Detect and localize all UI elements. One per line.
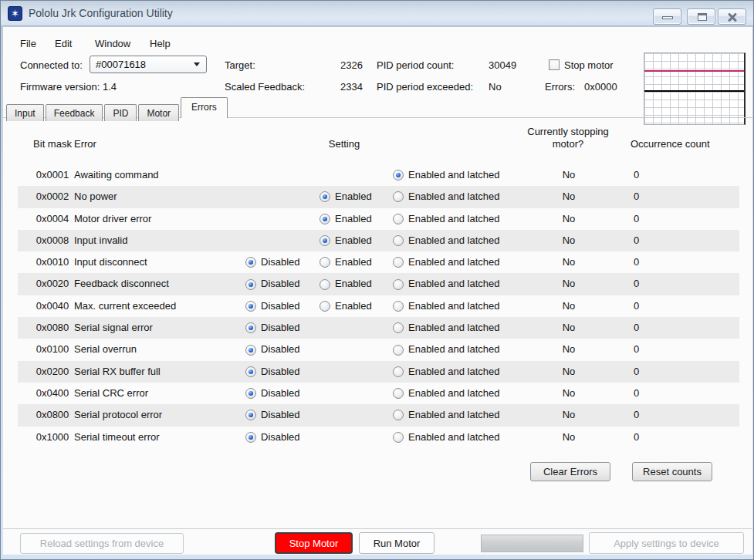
radio-enabled-and-latched[interactable] <box>393 322 404 333</box>
bit-mask-value: 0x0010 <box>25 251 79 273</box>
error-name: Serial protocol error <box>74 404 162 426</box>
radio-label: Enabled <box>335 251 372 273</box>
error-name: Serial signal error <box>74 317 153 339</box>
minimize-icon <box>662 16 673 19</box>
radio-enabled-and-latched[interactable] <box>393 279 404 290</box>
radio-label: Enabled and latched <box>408 230 500 251</box>
error-name: Motor driver error <box>74 208 151 230</box>
radio-enabled[interactable] <box>320 301 330 312</box>
radio-enabled-and-latched[interactable] <box>393 191 404 202</box>
currently-stopping-value: No <box>519 361 619 383</box>
radio-disabled[interactable] <box>245 410 256 420</box>
radio-enabled-and-latched[interactable] <box>393 301 404 312</box>
radio-enabled-and-latched[interactable] <box>393 235 404 246</box>
app-icon: ✶ <box>8 6 22 21</box>
footer-separator <box>3 528 752 529</box>
error-name: Serial overrun <box>74 339 137 360</box>
radio-enabled-and-latched[interactable] <box>393 432 404 443</box>
radio-label: Enabled and latched <box>408 427 500 448</box>
error-name: Serial RX buffer full <box>74 361 161 383</box>
radio-label: Enabled and latched <box>408 186 500 207</box>
run-motor-button[interactable]: Run Motor <box>359 532 434 554</box>
bit-mask-value: 0x0040 <box>25 295 79 317</box>
radio-label: Disabled <box>261 339 300 360</box>
menu-edit[interactable]: Edit <box>52 36 75 52</box>
plot-baseline <box>644 90 744 92</box>
error-row-0x0008: 0x0008Input invalidEnabledEnabled and la… <box>18 230 739 251</box>
radio-enabled[interactable] <box>320 191 330 202</box>
radio-label: Disabled <box>261 404 300 426</box>
currently-stopping-value: No <box>519 427 619 448</box>
radio-label: Enabled <box>335 186 372 207</box>
stop-motor-button[interactable]: Stop Motor <box>275 532 353 554</box>
radio-disabled[interactable] <box>245 366 256 377</box>
radio-enabled[interactable] <box>320 257 330 268</box>
occurrence-count-value: 0 <box>634 361 639 383</box>
radio-enabled-and-latched[interactable] <box>393 388 404 399</box>
radio-disabled[interactable] <box>245 432 256 443</box>
radio-label: Enabled <box>335 230 372 251</box>
error-row-0x0200: 0x0200Serial RX buffer fullDisabledEnabl… <box>18 361 739 383</box>
radio-enabled-and-latched[interactable] <box>393 214 404 224</box>
radio-disabled[interactable] <box>245 257 256 268</box>
radio-label: Enabled and latched <box>408 295 500 317</box>
currently-stopping-value: No <box>519 186 619 207</box>
radio-label: Disabled <box>261 295 300 317</box>
device-select[interactable]: #00071618 <box>90 56 207 73</box>
apply-settings-button[interactable]: Apply settings to device <box>589 532 744 554</box>
menu-help[interactable]: Help <box>147 36 174 52</box>
occurrence-count-value: 0 <box>634 273 639 295</box>
maximize-button[interactable] <box>687 8 715 25</box>
tab-pid[interactable]: PID <box>104 104 137 121</box>
radio-disabled[interactable] <box>245 322 256 333</box>
tab-motor[interactable]: Motor <box>138 104 179 121</box>
radio-label: Enabled and latched <box>408 404 500 426</box>
bit-mask-value: 0x0020 <box>25 273 79 295</box>
scaled-feedback-label: Scaled Feedback: <box>225 81 305 93</box>
currently-stopping-value: No <box>519 251 619 273</box>
radio-enabled[interactable] <box>320 279 330 290</box>
pid-period-exceeded-value: No <box>489 81 502 93</box>
radio-label: Disabled <box>261 317 300 339</box>
radio-enabled[interactable] <box>320 235 330 246</box>
radio-enabled-and-latched[interactable] <box>393 366 404 377</box>
radio-enabled-and-latched[interactable] <box>393 410 404 420</box>
stop-motor-checkbox-label: Stop motor <box>564 59 614 71</box>
radio-enabled-and-latched[interactable] <box>393 257 404 268</box>
radio-label: Enabled <box>335 273 372 295</box>
reload-settings-button[interactable]: Reload settings from device <box>20 533 184 554</box>
connected-to-label: Connected to: <box>20 59 83 71</box>
radio-enabled-and-latched[interactable] <box>393 170 404 180</box>
radio-disabled[interactable] <box>245 279 256 290</box>
error-row-0x1000: 0x1000Serial timeout errorDisabledEnable… <box>18 427 739 448</box>
clear-errors-button[interactable]: Clear Errors <box>530 462 610 481</box>
radio-label: Enabled and latched <box>408 317 500 339</box>
reset-counts-button[interactable]: Reset counts <box>632 462 712 481</box>
tab-errors[interactable]: Errors <box>181 97 228 118</box>
close-button[interactable] <box>718 8 746 25</box>
radio-enabled[interactable] <box>320 214 330 224</box>
radio-label: Disabled <box>261 273 300 295</box>
radio-label: Enabled and latched <box>408 383 500 404</box>
radio-label: Enabled and latched <box>408 164 500 186</box>
radio-label: Disabled <box>261 383 300 404</box>
minimize-button[interactable] <box>653 8 681 25</box>
radio-label: Enabled and latched <box>408 273 500 295</box>
radio-enabled-and-latched[interactable] <box>393 345 404 356</box>
menu-file[interactable]: File <box>17 36 39 52</box>
radio-disabled[interactable] <box>245 345 256 356</box>
tab-input[interactable]: Input <box>6 104 44 121</box>
error-row-0x0800: 0x0800Serial protocol errorDisabledEnabl… <box>18 404 739 426</box>
radio-label: Disabled <box>261 427 300 448</box>
tab-feedback[interactable]: Feedback <box>46 104 103 121</box>
header-error: Error <box>74 138 96 150</box>
radio-disabled[interactable] <box>245 388 256 399</box>
radio-label: Enabled <box>335 295 372 317</box>
radio-disabled[interactable] <box>245 301 256 312</box>
errors-value: 0x0000 <box>584 81 617 93</box>
occurrence-count-value: 0 <box>634 164 639 186</box>
menu-window[interactable]: Window <box>92 36 134 52</box>
maximize-icon <box>698 13 707 21</box>
stop-motor-checkbox[interactable] <box>549 59 560 70</box>
error-name: Feedback disconnect <box>74 273 169 295</box>
